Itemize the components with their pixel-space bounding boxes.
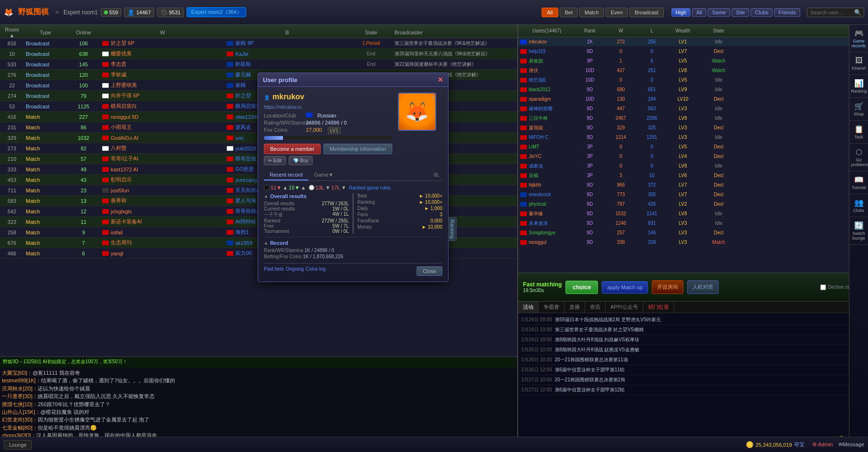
news-tab-special[interactable]: 祁门红茶: [643, 302, 674, 313]
user-row[interactable]: LiMT 3P 0 0 LV5 Decl: [518, 142, 868, 152]
side-icon-task[interactable]: 📋 Task: [849, 121, 868, 144]
shop-icon: 🛒: [851, 102, 867, 111]
user-row[interactable]: 成家业 3P 0 0 LV8 Idle: [518, 161, 868, 171]
news-item[interactable]: 3月27日 12:00第6届中信置业杯女子团甲第12轮: [521, 385, 865, 395]
side-icon-switch-lounge[interactable]: 🔄 Switchlounge: [849, 217, 868, 245]
user-row[interactable]: 潜伏 10D 427 251 LV8 Watch: [518, 66, 868, 75]
ongoing-btn[interactable]: Ongoing: [286, 266, 304, 276]
news-item[interactable]: 3月24日 10:00第三届世界女子最强战决赛 於之堃VS棚精: [521, 325, 865, 335]
news-tab-info[interactable]: 资讯: [585, 302, 606, 313]
become-member-btn[interactable]: Become a member: [264, 144, 321, 154]
news-body: 3月24日 09:00第59届日本十段战挑战战第2局 芝野虎丸VS许家元3月24…: [518, 313, 868, 452]
expert-room-badge[interactable]: Expert room2（364）: [187, 7, 246, 17]
rank-same-btn[interactable]: Same: [708, 8, 730, 17]
user-row[interactable]: xparadigm 10D 130 184 LV10 Decl: [518, 95, 868, 104]
coins-log-btn[interactable]: Coins log: [306, 266, 326, 276]
filter-bet-btn[interactable]: Bet: [560, 8, 578, 17]
lounge-btn[interactable]: Lounge: [4, 440, 32, 450]
info-coins-row: Fox Coins 17,000 LV1: [264, 127, 392, 134]
avatar-info-icon[interactable]: ℹ: [432, 95, 434, 100]
fast-match-panel: Fast matching 19.5m30s choice apply Matc…: [518, 273, 868, 302]
news-tab-app[interactable]: APP/公众号: [606, 302, 643, 313]
user-row[interactable]: black2012 9D 680 651 LV9 Idle: [518, 85, 868, 95]
user-row[interactable]: NIFOH C 9D 1214 1291 LV3 Idle: [518, 133, 868, 142]
profile-username: mkrukov: [272, 93, 304, 101]
news-panel: 活动 争霸赛 直播 资讯 APP/公众号 祁门红茶 🌿 3月24日 09:00第…: [518, 302, 868, 452]
search-container: 🔍: [807, 8, 864, 17]
user-row[interactable]: mkrukov 1K 272 256 LV1 Idle: [518, 37, 868, 47]
news-item[interactable]: 3月24日 18:00第8期韩国大叶丹8强战 刘昌赫VS权孝珍: [521, 335, 865, 345]
rank-all-btn[interactable]: All: [692, 8, 706, 17]
stats-section: Overall results Overall results277W / 26…: [264, 193, 442, 234]
rank-site-btn[interactable]: Site: [732, 8, 749, 17]
game-records-icon: 🎮: [851, 29, 867, 38]
user-row[interactable]: nesiggul 9D 338 208 LV3 Match: [518, 238, 868, 247]
rank-friends-btn[interactable]: Friends: [774, 8, 800, 17]
news-item[interactable]: 3月26日 10:0020一21韩国围棋联赛总决赛第11场: [521, 355, 865, 365]
close-modal-btn[interactable]: Close: [417, 266, 442, 276]
room-table-header: Room ▲ Type Online W B State Broadcaster: [0, 25, 517, 38]
room-row[interactable]: 533 Broadcast 145 李志贵 朴延桓 End 第22届韩国麦馨杯半…: [0, 59, 517, 70]
news-item[interactable]: 3月27日 10:0020一21韩国围棋联赛总决赛第2局: [521, 375, 865, 385]
message-btn[interactable]: ✉Message: [838, 441, 864, 448]
user-row[interactable]: hijkhh 9D 966 372 LV7 Decl: [518, 180, 868, 190]
user-row[interactable]: 未来迷浪 9D 1246 831 LV3 Idle: [518, 219, 868, 228]
apply-matchup-button[interactable]: apply Match up: [602, 281, 648, 294]
stone-black-adv: 11▼: [271, 185, 282, 190]
user-row[interactable]: 易俊勋 9P 1 6 LV5 Watch: [518, 56, 868, 66]
user-row[interactable]: 蕃华缘 9D 1532 1141 LV8 Idle: [518, 209, 868, 219]
ranked-rules-link[interactable]: Ranked game rules: [349, 185, 391, 190]
side-icon-shop[interactable]: 🛒 Shop: [849, 98, 868, 121]
user-row[interactable]: 厦我能 9D 329 325 LV3 Decl: [518, 123, 868, 133]
tutorial-icon: 📖: [851, 175, 867, 184]
news-tab-live[interactable]: 直播: [565, 302, 585, 313]
news-item[interactable]: 3月24日 09:00第59届日本十段战挑战战第2局 芝野虎丸VS许家元: [521, 315, 865, 325]
user-row[interactable]: physical 9D 797 426 LV2 Decl: [518, 200, 868, 209]
filter-even-btn[interactable]: Even: [606, 8, 628, 17]
create-room-button[interactable]: 开设房间: [652, 280, 683, 294]
fans-rank-val: 0,000: [430, 218, 442, 223]
side-icon-fine-art[interactable]: 🖼 FineArt: [849, 53, 868, 75]
filter-broadcast-btn[interactable]: Broadcast: [629, 8, 664, 17]
user-row[interactable]: 诸神的荣耀 9D 447 563 LV3 Idle: [518, 104, 868, 114]
buy-btn[interactable]: 💎 Buy: [289, 156, 313, 165]
membership-info-btn[interactable]: Membership information: [324, 144, 392, 154]
user-row[interactable]: oneokrock 9D 773 355 LV7 Decl: [518, 190, 868, 200]
user-row[interactable]: 绝艺指E 10D 0 0 LV5 Idle: [518, 75, 868, 85]
news-item[interactable]: 3月25日 10:00第8期韩国大叶丹8强战 赵惠连VS金惠敏: [521, 345, 865, 355]
side-icon-game-records[interactable]: 🎮 Gamerecords: [849, 25, 868, 53]
news-tab-tournament[interactable]: 争霸赛: [539, 302, 565, 313]
news-tab-activity[interactable]: 活动: [518, 302, 539, 313]
room-row[interactable]: 816 Broadcast 106 於之堃 6P 崔精 9P 1.Period …: [0, 38, 517, 49]
profile-avatar: 🦊 ℹ: [398, 93, 436, 131]
filter-all-btn[interactable]: All: [542, 8, 558, 17]
task-icon: 📋: [851, 125, 867, 134]
tab-recent-record[interactable]: Recent record: [264, 170, 308, 180]
edit-btn[interactable]: ✏ Edit: [264, 156, 286, 165]
steal-btn[interactable]: 夺宝: [794, 441, 805, 448]
past-bets-btn[interactable]: Past bets: [264, 266, 284, 276]
modal-close-btn[interactable]: ✕: [438, 76, 443, 84]
choice-button[interactable]: choice: [565, 281, 598, 294]
decline-checkbox[interactable]: [820, 284, 826, 290]
user-row[interactable]: help315 8D 0 0 LV7 Decl: [518, 47, 868, 56]
news-item[interactable]: 3月26日 12:00第6届中信置业杯女子团甲第11轮: [521, 365, 865, 375]
profile-top: 👤 mkrukov https://mkrukov.ru Location/Cl…: [264, 93, 442, 165]
user-row[interactable]: JinYC 3P 0 0 LV4 Decl: [518, 152, 868, 161]
user-row[interactable]: 三目中林 9D 2467 2296 LV8 Idle: [518, 114, 868, 123]
user-row[interactable]: Songdongye 9D 257 146 LV3 Decl: [518, 228, 868, 238]
side-icon-tutorial[interactable]: 📖 Tutorial: [849, 171, 868, 194]
rank-clubs-btn[interactable]: Clubs: [751, 8, 773, 17]
chat-message: 大聚宝[6D]：@葱11111 我在容奇: [2, 369, 515, 377]
side-icon-go-problems[interactable]: ⬡ Goproblems: [849, 144, 868, 171]
user-row[interactable]: 吴槁 3P 3 10 LV6 Decl: [518, 171, 868, 180]
vs-ai-button[interactable]: 人机对奕: [687, 280, 719, 294]
rank-high-btn[interactable]: High: [671, 8, 691, 17]
tab-game[interactable]: Game▼: [308, 170, 339, 180]
modal-tabs: Recent record Game▼ 0L: [264, 170, 442, 181]
side-icon-ranking[interactable]: 📊 Ranking: [849, 75, 868, 98]
side-icon-clubs[interactable]: 👥 Clubs: [849, 194, 868, 217]
games-count: 9531: [169, 10, 180, 15]
room-row[interactable]: 10 Broadcast 638 棚爱优美 KaJie End 第35届同里杯天…: [0, 49, 517, 59]
filter-match-btn[interactable]: Match: [579, 8, 604, 17]
